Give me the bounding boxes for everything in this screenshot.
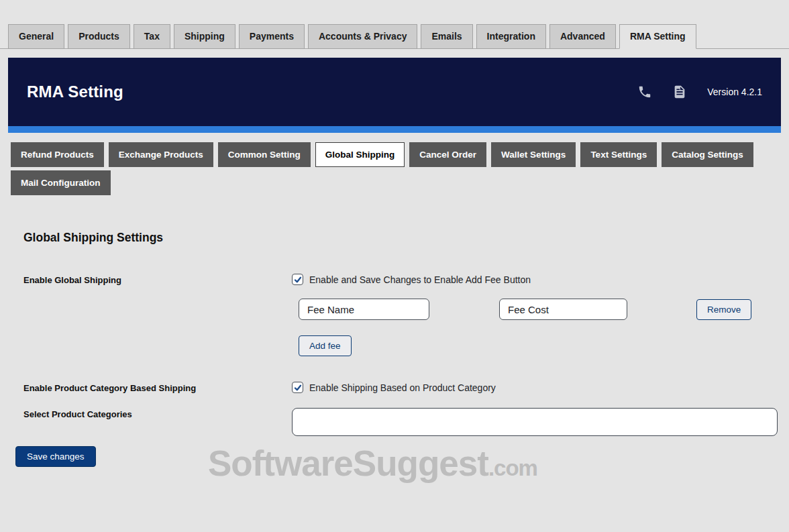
product-categories-input[interactable] (292, 408, 778, 436)
accent-strip (8, 126, 781, 133)
enable-category-shipping-row: Enable Product Category Based Shipping E… (23, 382, 789, 393)
rma-header-banner: RMA Setting Version 4.2.1 (8, 58, 781, 126)
subtab-global-shipping[interactable]: Global Shipping (315, 142, 405, 167)
enable-category-shipping-checkbox-label: Enable Shipping Based on Product Categor… (309, 382, 496, 393)
subtab-wallet-settings[interactable]: Wallet Settings (491, 142, 576, 167)
enable-category-shipping-checkbox[interactable] (292, 382, 303, 393)
subtab-common-setting[interactable]: Common Setting (218, 142, 311, 167)
enable-category-shipping-field: Enable Shipping Based on Product Categor… (292, 382, 496, 393)
save-changes-button[interactable]: Save changes (15, 446, 96, 467)
tab-shipping[interactable]: Shipping (174, 24, 235, 49)
tab-payments[interactable]: Payments (239, 24, 305, 49)
enable-global-shipping-row: Enable Global Shipping Enable and Save C… (23, 274, 789, 285)
settings-tab-bar: General Products Tax Shipping Payments A… (0, 0, 789, 49)
fee-cost-input[interactable] (499, 299, 627, 320)
subtab-refund-products[interactable]: Refund Products (11, 142, 104, 167)
fee-row: Remove (299, 299, 789, 320)
select-categories-row: Select Product Categories (23, 408, 789, 436)
remove-fee-button[interactable]: Remove (696, 299, 751, 320)
global-shipping-settings-panel: Global Shipping Settings Enable Global S… (0, 231, 789, 467)
enable-category-shipping-label: Enable Product Category Based Shipping (23, 382, 292, 393)
section-title: Global Shipping Settings (23, 231, 789, 245)
add-fee-button[interactable]: Add fee (299, 335, 352, 356)
version-label: Version 4.2.1 (707, 87, 762, 97)
enable-global-shipping-checkbox-label: Enable and Save Changes to Enable Add Fe… (309, 274, 531, 285)
subtab-catalog-settings[interactable]: Catalog Settings (662, 142, 753, 167)
subtab-mail-configuration[interactable]: Mail Configuration (11, 170, 111, 195)
tab-rma-setting[interactable]: RMA Setting (619, 24, 696, 49)
enable-global-shipping-label: Enable Global Shipping (23, 274, 292, 285)
header-actions: Version 4.2.1 (637, 85, 762, 99)
tab-general[interactable]: General (8, 24, 64, 49)
subtab-cancel-order[interactable]: Cancel Order (409, 142, 486, 167)
document-icon[interactable] (672, 85, 687, 99)
tab-tax[interactable]: Tax (134, 24, 170, 49)
fee-name-input[interactable] (299, 299, 429, 320)
page-title: RMA Setting (27, 83, 123, 101)
tab-integration[interactable]: Integration (476, 24, 546, 49)
subtab-text-settings[interactable]: Text Settings (580, 142, 657, 167)
subtab-exchange-products[interactable]: Exchange Products (109, 142, 213, 167)
rma-subtab-bar: Refund Products Exchange Products Common… (11, 142, 781, 195)
enable-global-shipping-field: Enable and Save Changes to Enable Add Fe… (292, 274, 531, 285)
enable-global-shipping-checkbox[interactable] (292, 274, 303, 285)
tab-emails[interactable]: Emails (421, 24, 472, 49)
tab-advanced[interactable]: Advanced (549, 24, 616, 49)
tab-accounts-privacy[interactable]: Accounts & Privacy (308, 24, 418, 49)
tab-products[interactable]: Products (68, 24, 130, 49)
select-categories-label: Select Product Categories (23, 408, 292, 419)
phone-icon[interactable] (637, 85, 652, 99)
